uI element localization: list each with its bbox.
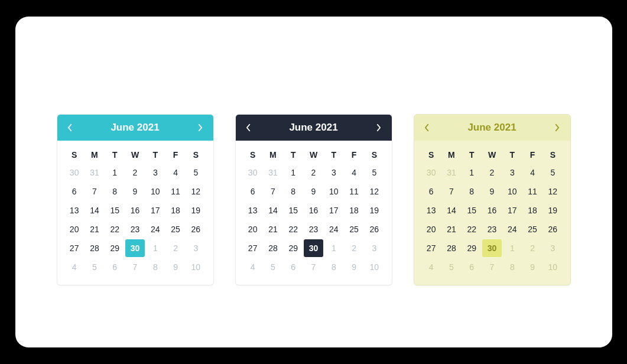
day-cell[interactable]: 9	[482, 183, 501, 200]
day-cell[interactable]: 3	[365, 239, 384, 257]
day-cell[interactable]: 27	[243, 239, 262, 257]
day-cell[interactable]: 5	[186, 164, 205, 181]
day-cell[interactable]: 17	[146, 202, 165, 219]
day-cell[interactable]: 5	[264, 258, 282, 276]
day-cell[interactable]: 20	[422, 220, 441, 238]
day-cell[interactable]: 29	[284, 239, 303, 257]
day-cell[interactable]: 8	[146, 258, 165, 276]
day-cell[interactable]: 10	[324, 183, 343, 200]
next-month-button[interactable]	[195, 123, 204, 132]
day-cell[interactable]: 3	[543, 239, 562, 257]
day-cell[interactable]: 30	[422, 164, 441, 181]
day-cell[interactable]: 26	[365, 220, 384, 238]
day-cell[interactable]: 9	[345, 258, 363, 276]
day-cell[interactable]: 19	[543, 202, 562, 219]
prev-month-button[interactable]	[66, 123, 75, 132]
day-cell[interactable]: 31	[85, 164, 104, 181]
day-cell-selected[interactable]: 30	[125, 239, 144, 257]
day-cell[interactable]: 10	[543, 258, 562, 276]
day-cell[interactable]: 21	[85, 220, 104, 238]
day-cell[interactable]: 15	[105, 202, 124, 219]
day-cell[interactable]: 1	[503, 239, 522, 257]
day-cell[interactable]: 20	[65, 220, 84, 238]
day-cell[interactable]: 15	[462, 202, 481, 219]
day-cell[interactable]: 4	[422, 258, 441, 276]
day-cell[interactable]: 6	[243, 183, 262, 200]
day-cell[interactable]: 7	[442, 183, 461, 200]
day-cell[interactable]: 26	[186, 220, 205, 238]
day-cell[interactable]: 21	[442, 220, 461, 238]
day-cell[interactable]: 14	[264, 202, 282, 219]
day-cell[interactable]: 2	[304, 164, 323, 181]
day-cell-selected[interactable]: 30	[304, 239, 323, 257]
day-cell[interactable]: 6	[65, 183, 84, 200]
day-cell[interactable]: 22	[462, 220, 481, 238]
next-month-button[interactable]	[552, 123, 561, 132]
day-cell[interactable]: 12	[365, 183, 384, 200]
day-cell[interactable]: 2	[482, 164, 501, 181]
day-cell[interactable]: 18	[523, 202, 542, 219]
day-cell[interactable]: 16	[482, 202, 501, 219]
day-cell[interactable]: 6	[462, 258, 481, 276]
day-cell[interactable]: 4	[166, 164, 185, 181]
day-cell[interactable]: 7	[264, 183, 282, 200]
day-cell[interactable]: 20	[243, 220, 262, 238]
day-cell[interactable]: 14	[85, 202, 104, 219]
day-cell[interactable]: 6	[284, 258, 303, 276]
day-cell[interactable]: 23	[304, 220, 323, 238]
day-cell[interactable]: 16	[304, 202, 323, 219]
day-cell[interactable]: 9	[166, 258, 185, 276]
day-cell[interactable]: 7	[482, 258, 501, 276]
day-cell[interactable]: 4	[345, 164, 363, 181]
day-cell[interactable]: 1	[284, 164, 303, 181]
day-cell[interactable]: 4	[243, 258, 262, 276]
day-cell[interactable]: 25	[523, 220, 542, 238]
day-cell[interactable]: 12	[543, 183, 562, 200]
day-cell[interactable]: 16	[125, 202, 144, 219]
day-cell[interactable]: 3	[186, 239, 205, 257]
day-cell[interactable]: 28	[442, 239, 461, 257]
day-cell[interactable]: 17	[324, 202, 343, 219]
day-cell[interactable]: 25	[345, 220, 363, 238]
day-cell[interactable]: 11	[345, 183, 363, 200]
day-cell[interactable]: 23	[125, 220, 144, 238]
day-cell-selected[interactable]: 30	[482, 239, 501, 257]
day-cell[interactable]: 23	[482, 220, 501, 238]
day-cell[interactable]: 24	[503, 220, 522, 238]
day-cell[interactable]: 1	[146, 239, 165, 257]
day-cell[interactable]: 10	[146, 183, 165, 200]
day-cell[interactable]: 19	[186, 202, 205, 219]
day-cell[interactable]: 5	[543, 164, 562, 181]
day-cell[interactable]: 10	[186, 258, 205, 276]
day-cell[interactable]: 9	[304, 183, 323, 200]
day-cell[interactable]: 13	[422, 202, 441, 219]
day-cell[interactable]: 3	[324, 164, 343, 181]
day-cell[interactable]: 27	[422, 239, 441, 257]
day-cell[interactable]: 3	[503, 164, 522, 181]
day-cell[interactable]: 10	[365, 258, 384, 276]
day-cell[interactable]: 10	[503, 183, 522, 200]
day-cell[interactable]: 18	[166, 202, 185, 219]
day-cell[interactable]: 24	[146, 220, 165, 238]
day-cell[interactable]: 28	[264, 239, 282, 257]
day-cell[interactable]: 13	[243, 202, 262, 219]
day-cell[interactable]: 8	[503, 258, 522, 276]
day-cell[interactable]: 7	[125, 258, 144, 276]
day-cell[interactable]: 4	[523, 164, 542, 181]
day-cell[interactable]: 18	[345, 202, 363, 219]
day-cell[interactable]: 22	[105, 220, 124, 238]
day-cell[interactable]: 8	[462, 183, 481, 200]
day-cell[interactable]: 24	[324, 220, 343, 238]
day-cell[interactable]: 2	[166, 239, 185, 257]
day-cell[interactable]: 1	[105, 164, 124, 181]
day-cell[interactable]: 9	[125, 183, 144, 200]
day-cell[interactable]: 6	[422, 183, 441, 200]
day-cell[interactable]: 7	[304, 258, 323, 276]
day-cell[interactable]: 2	[523, 239, 542, 257]
day-cell[interactable]: 8	[105, 183, 124, 200]
day-cell[interactable]: 29	[462, 239, 481, 257]
day-cell[interactable]: 19	[365, 202, 384, 219]
day-cell[interactable]: 9	[523, 258, 542, 276]
day-cell[interactable]: 1	[462, 164, 481, 181]
day-cell[interactable]: 31	[442, 164, 461, 181]
